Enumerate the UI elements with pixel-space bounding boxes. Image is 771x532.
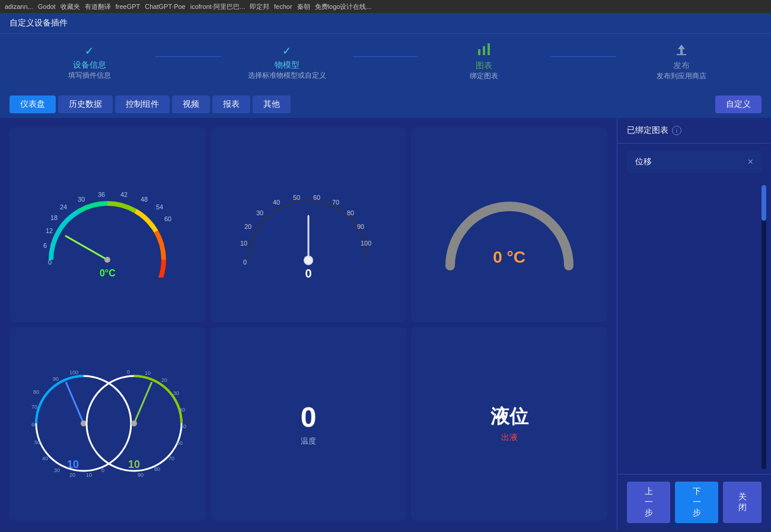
check-icon-device: ✓ [85, 44, 94, 58]
svg-line-46 [134, 382, 152, 423]
step-sub-chart: 绑定图表 [470, 71, 498, 81]
wizard-step-thing-model[interactable]: ✓ 物模型 选择标准物模型或自定义 [221, 44, 353, 81]
speedometer-svg: 0 10 20 30 40 50 60 70 80 90 100 [231, 168, 386, 281]
tab-control[interactable]: 控制组件 [115, 95, 170, 113]
step-sub-publish: 发布到应用商店 [657, 71, 706, 81]
chart-icon [477, 43, 491, 58]
svg-rect-0 [478, 49, 480, 55]
svg-text:0: 0 [101, 467, 104, 473]
right-panel: 已绑定图表 i 位移 × 上一步 下一步 关闭 [617, 118, 771, 530]
custom-button[interactable]: 自定义 [715, 95, 762, 113]
svg-text:50: 50 [180, 423, 186, 429]
tab-bar: 仪表盘 历史数据 控制组件 视频 报表 其他 自定义 [0, 91, 771, 118]
tab-dashboard[interactable]: 仪表盘 [9, 95, 56, 113]
speedometer-container: 0 10 20 30 40 50 60 70 80 90 100 0 [218, 135, 400, 315]
right-panel-header: 已绑定图表 i [617, 118, 771, 144]
widget-double-gauge: 80 70 60 50 40 30 20 10 0 90 100 [9, 327, 206, 521]
number-value: 0 [301, 401, 317, 434]
svg-text:10: 10 [86, 472, 92, 478]
wizard-sep-3 [550, 56, 616, 57]
svg-text:12: 12 [46, 227, 53, 234]
svg-text:10: 10 [145, 370, 151, 376]
app-title: 自定义设备插件 [9, 18, 68, 27]
step-name-chart: 图表 [476, 60, 492, 71]
svg-text:48: 48 [141, 196, 148, 203]
svg-text:24: 24 [60, 203, 67, 211]
svg-text:0: 0 [127, 369, 130, 375]
svg-text:40: 40 [273, 199, 280, 206]
svg-text:40: 40 [42, 455, 48, 461]
svg-text:0: 0 [243, 259, 247, 266]
number-label: 温度 [301, 436, 316, 447]
svg-text:70: 70 [332, 199, 339, 206]
svg-text:30: 30 [78, 196, 85, 203]
svg-text:100: 100 [361, 240, 371, 247]
right-panel-title: 已绑定图表 [627, 125, 668, 136]
app-title-bar: 自定义设备插件 [0, 13, 771, 34]
svg-text:6: 6 [43, 242, 47, 249]
svg-text:90: 90 [357, 223, 364, 230]
svg-point-47 [131, 420, 137, 426]
svg-text:60: 60 [177, 440, 183, 446]
tab-video[interactable]: 视频 [172, 95, 210, 113]
panel-scroll[interactable] [617, 180, 771, 474]
wizard-sep-1 [155, 56, 221, 57]
scroll-track [762, 185, 766, 469]
svg-text:20: 20 [244, 223, 251, 230]
svg-rect-2 [488, 43, 490, 55]
next-button[interactable]: 下一步 [675, 482, 718, 523]
tab-history[interactable]: 历史数据 [58, 95, 113, 113]
step-sub-device: 填写插件信息 [68, 71, 111, 81]
liquid-subtitle: 出液 [501, 432, 518, 443]
svg-text:18: 18 [50, 214, 58, 221]
browser-bar: adizann... Godot 收藏夹 有道翻译 freeGPT ChatGP… [0, 0, 771, 13]
bound-item: 位移 × [627, 151, 762, 173]
svg-text:40: 40 [179, 407, 185, 413]
svg-text:50: 50 [293, 194, 300, 201]
svg-text:60: 60 [31, 422, 37, 428]
prev-button[interactable]: 上一步 [627, 482, 670, 523]
bound-item-close-button[interactable]: × [748, 157, 753, 167]
bottom-buttons: 上一步 下一步 关闭 [617, 474, 771, 530]
svg-line-32 [66, 382, 84, 423]
step-name-device: 设备信息 [73, 60, 106, 71]
colored-gauge-svg: 0 6 12 18 24 30 36 42 48 54 60 [30, 171, 184, 278]
svg-text:60: 60 [164, 215, 171, 222]
svg-text:20: 20 [161, 377, 167, 383]
svg-text:100: 100 [69, 369, 78, 375]
wizard-step-publish[interactable]: 发布 发布到应用商店 [616, 43, 747, 81]
step-name-thing: 物模型 [275, 60, 300, 71]
double-gauge-svg: 80 70 60 50 40 30 20 10 0 90 100 [24, 358, 190, 489]
svg-text:70: 70 [31, 404, 37, 410]
colored-gauge-container: 0 6 12 18 24 30 36 42 48 54 60 0°C [17, 135, 199, 315]
tab-other[interactable]: 其他 [253, 95, 291, 113]
svg-text:36: 36 [98, 191, 105, 198]
wizard-step-chart[interactable]: 图表 绑定图表 [418, 43, 550, 81]
svg-text:80: 80 [347, 209, 354, 216]
svg-line-4 [66, 236, 107, 260]
gauge1-value: 0°C [100, 268, 116, 279]
speedometer-value: 0 [305, 267, 311, 281]
step-sub-thing: 选择标准物模型或自定义 [248, 71, 326, 81]
svg-text:10: 10 [128, 458, 140, 470]
svg-text:60: 60 [313, 194, 320, 201]
svg-rect-3 [677, 54, 686, 55]
svg-rect-1 [483, 46, 485, 55]
wizard: ✓ 设备信息 填写插件信息 ✓ 物模型 选择标准物模型或自定义 图表 绑定图表 [0, 34, 771, 91]
liquid-title: 液位 [490, 404, 528, 430]
svg-text:20: 20 [69, 472, 75, 478]
wizard-step-device-info[interactable]: ✓ 设备信息 填写插件信息 [24, 44, 155, 81]
tab-report[interactable]: 报表 [212, 95, 250, 113]
widget-number-display: 0 温度 [211, 327, 407, 521]
publish-icon [674, 43, 689, 58]
svg-text:30: 30 [173, 390, 179, 396]
close-button[interactable]: 关闭 [723, 482, 762, 523]
svg-point-5 [104, 257, 110, 263]
scroll-thumb[interactable] [762, 185, 766, 221]
svg-text:10: 10 [67, 458, 79, 470]
step-name-publish: 发布 [673, 60, 690, 71]
svg-text:90: 90 [53, 376, 59, 382]
temp-arc-value: 0 °C [493, 248, 525, 267]
svg-text:42: 42 [120, 191, 128, 198]
svg-text:10: 10 [240, 240, 247, 247]
